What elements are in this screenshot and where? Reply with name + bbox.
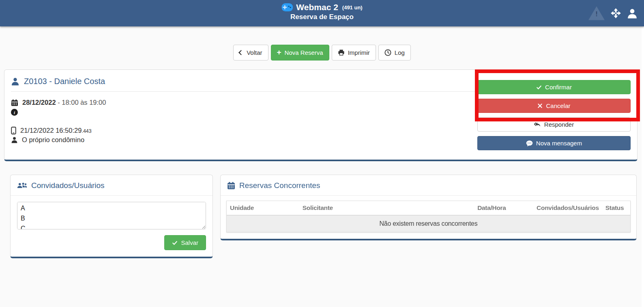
log-button[interactable]: Log	[378, 45, 411, 61]
reply-button[interactable]: Responder	[477, 117, 631, 132]
column-header-data-hora: Data/Hora	[404, 201, 509, 216]
created-timestamp-ms: .443	[82, 128, 91, 134]
empty-message: Não existem reservas concorrentes	[227, 215, 631, 232]
back-button-label: Voltar	[247, 50, 262, 56]
column-header-status: Status	[602, 201, 631, 216]
page-title: Reserva de Espaço	[281, 13, 362, 21]
chat-bubble-icon	[526, 140, 533, 147]
page-content: Voltar + Nova Reserva Imprimir	[0, 26, 644, 258]
cancel-button-label: Cancelar	[546, 103, 570, 109]
reservation-title: Z0103 - Daniele Costa	[24, 77, 105, 86]
x-icon	[537, 103, 543, 108]
reservation-card: Z0103 - Daniele Costa 28/12/2022 - 18:00…	[4, 69, 638, 161]
plus-icon: +	[277, 48, 281, 56]
created-timestamp: 21/12/2022 16:50:29	[20, 127, 82, 134]
fullscreen-icon[interactable]	[610, 8, 621, 19]
chevron-left-icon	[238, 50, 244, 55]
app-title-block: Webmac 2 (491 un) Reserva de Espaço	[281, 2, 362, 21]
new-message-button[interactable]: Nova mensagem	[477, 136, 631, 150]
new-reservation-label: Nova Reserva	[285, 50, 323, 56]
log-button-label: Log	[395, 50, 405, 56]
reply-button-label: Responder	[544, 121, 574, 128]
save-button[interactable]: Salvar	[164, 235, 206, 250]
print-button[interactable]: Imprimir	[332, 45, 376, 61]
concurrent-card-title: Reservas Concorrentes	[239, 181, 320, 190]
cancel-button[interactable]: Cancelar	[477, 99, 631, 113]
calendar-icon	[11, 99, 18, 106]
concurrent-reservations-table: Unidade Solicitante Data/Hora Convidados…	[226, 201, 631, 232]
guests-textarea[interactable]: A B C	[17, 202, 206, 229]
webmac-logo-icon	[281, 3, 293, 11]
app-title: Webmac 2	[296, 2, 338, 12]
printer-icon	[338, 49, 345, 56]
calendar-icon	[227, 182, 235, 190]
users-group-icon	[17, 182, 27, 189]
confirm-button[interactable]: Confirmar	[477, 80, 631, 94]
info-icon[interactable]: i	[11, 109, 18, 116]
check-icon	[172, 240, 178, 246]
reservation-actions: Confirmar Cancelar Responder	[477, 80, 631, 150]
print-button-label: Imprimir	[348, 50, 370, 56]
requester-person-icon	[11, 136, 18, 143]
concurrent-reservations-card: Reservas Concorrentes Unidade Solicitant…	[220, 175, 637, 240]
units-count: (491 un)	[342, 4, 363, 11]
person-icon	[11, 77, 19, 86]
user-account-icon[interactable]	[627, 8, 638, 19]
new-message-button-label: Nova mensagem	[536, 140, 582, 146]
new-reservation-button[interactable]: + Nova Reserva	[271, 45, 329, 61]
column-header-convidados: Convidados/Usuários	[509, 201, 602, 216]
requester-label: O próprio condômino	[22, 136, 84, 144]
guests-card: Convidados/Usuários A B C Salvar	[10, 175, 213, 258]
empty-table-row: Não existem reservas concorrentes	[227, 215, 631, 232]
reservation-time-range: - 18:00 às 19:00	[58, 99, 106, 106]
mobile-phone-icon	[11, 127, 16, 134]
warning-triangle-icon[interactable]	[588, 6, 605, 20]
column-header-unidade: Unidade	[227, 201, 299, 216]
scrollbar-track[interactable]	[642, 26, 644, 307]
clock-icon	[384, 49, 391, 56]
column-header-solicitante: Solicitante	[299, 201, 404, 216]
reservation-date: 28/12/2022	[22, 99, 56, 106]
check-icon	[536, 84, 542, 90]
action-toolbar: Voltar + Nova Reserva Imprimir	[0, 45, 644, 61]
confirm-button-label: Confirmar	[545, 84, 572, 90]
top-navbar: Webmac 2 (491 un) Reserva de Espaço	[0, 0, 644, 26]
save-button-label: Salvar	[181, 240, 198, 246]
back-button[interactable]: Voltar	[233, 45, 268, 61]
guests-card-title: Convidados/Usuários	[31, 181, 105, 190]
reply-all-icon	[534, 121, 541, 128]
